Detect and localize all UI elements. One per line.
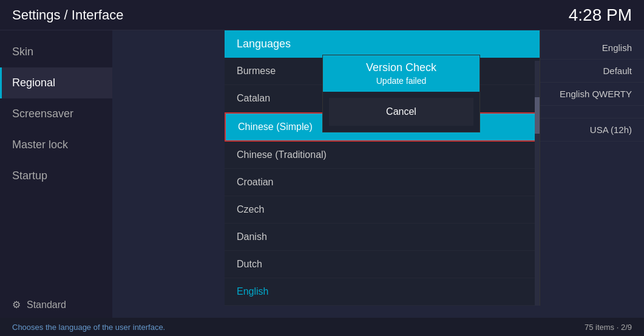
language-item-dutch[interactable]: Dutch: [225, 251, 540, 278]
main-panel: Languages Burmese Catalan Chinese (Simpl…: [112, 30, 486, 318]
language-header: Languages: [225, 30, 540, 58]
version-check-dialog: Version Check Update failed Cancel: [322, 55, 480, 132]
version-dialog-title: Version Check: [335, 61, 467, 74]
sidebar-standard[interactable]: ⚙ Standard: [0, 292, 112, 318]
header: Settings / Interface 4:28 PM: [0, 0, 644, 30]
sidebar-item-masterlock[interactable]: Master lock: [0, 129, 112, 160]
scrollbar-thumb[interactable]: [535, 97, 540, 134]
sidebar-item-skin[interactable]: Skin: [0, 36, 112, 67]
page-title: Settings / Interface: [12, 7, 123, 23]
language-item-english[interactable]: English: [225, 278, 540, 306]
language-item-danish[interactable]: Danish: [225, 224, 540, 251]
scrollbar[interactable]: [535, 61, 540, 306]
clock: 4:28 PM: [569, 5, 632, 25]
cancel-button[interactable]: Cancel: [329, 98, 473, 126]
status-count: 75 items · 2/9: [585, 323, 632, 332]
status-description: Chooses the language of the user interfa…: [12, 323, 165, 332]
gear-icon: ⚙: [12, 299, 21, 310]
status-bar: Chooses the language of the user interfa…: [0, 318, 644, 336]
version-dialog-subtitle: Update failed: [335, 76, 467, 86]
sidebar: Skin Regional Screensaver Master lock St…: [0, 30, 112, 318]
content-area: Skin Regional Screensaver Master lock St…: [0, 30, 644, 318]
sidebar-item-screensaver[interactable]: Screensaver: [0, 98, 112, 129]
sidebar-item-startup[interactable]: Startup: [0, 160, 112, 191]
language-item-croatian[interactable]: Croatian: [225, 169, 540, 196]
app-background: Settings / Interface 4:28 PM Skin Region…: [0, 0, 644, 336]
sidebar-item-regional[interactable]: Regional: [0, 67, 112, 98]
language-item-czech[interactable]: Czech: [225, 196, 540, 224]
version-dialog-header: Version Check Update failed: [323, 55, 480, 92]
language-item-chinese-traditional[interactable]: Chinese (Traditional): [225, 142, 540, 169]
